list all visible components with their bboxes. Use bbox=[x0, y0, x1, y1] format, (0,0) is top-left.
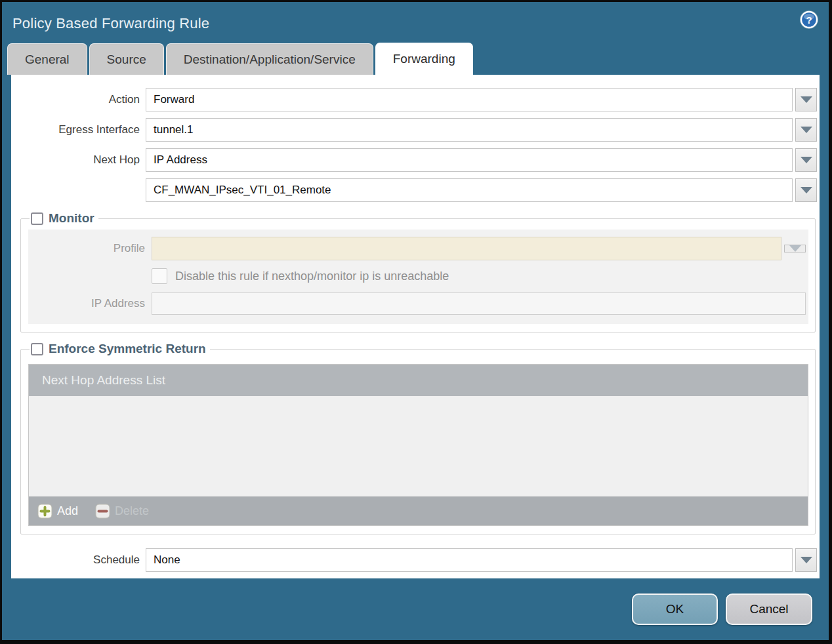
monitor-ip-address-field bbox=[152, 292, 806, 315]
action-label: Action bbox=[11, 93, 140, 106]
schedule-value[interactable]: None bbox=[146, 548, 793, 572]
plus-icon bbox=[37, 504, 52, 519]
symmetric-return-checkbox[interactable] bbox=[31, 343, 43, 355]
profile-label: Profile bbox=[28, 242, 145, 255]
next-hop-address-value[interactable]: CF_MWAN_IPsec_VTI_01_Remote bbox=[146, 178, 793, 202]
svg-text:?: ? bbox=[806, 14, 812, 26]
ok-button[interactable]: OK bbox=[632, 594, 718, 625]
monitor-ip-address-label: IP Address bbox=[28, 297, 145, 310]
monitor-checkbox[interactable] bbox=[31, 212, 43, 225]
schedule-label: Schedule bbox=[11, 553, 140, 567]
dialog-titlebar: Policy Based Forwarding Rule ? bbox=[2, 2, 829, 43]
cancel-button[interactable]: Cancel bbox=[726, 594, 812, 625]
forwarding-tab-panel: Action Forward Egress Interface tunnel.1 bbox=[11, 75, 820, 578]
next-hop-address-dropdown-button[interactable] bbox=[795, 178, 817, 202]
chevron-down-icon bbox=[801, 187, 812, 193]
egress-interface-label: Egress Interface bbox=[11, 123, 140, 136]
egress-interface-value[interactable]: tunnel.1 bbox=[146, 118, 793, 142]
monitor-legend-label: Monitor bbox=[49, 211, 94, 226]
delete-button: Delete bbox=[95, 504, 149, 519]
next-hop-label: Next Hop bbox=[11, 153, 140, 167]
next-hop-address-table: Next Hop Address List Add bbox=[28, 364, 808, 526]
tab-strip: General Source Destination/Application/S… bbox=[2, 43, 829, 75]
tab-destination-application-service[interactable]: Destination/Application/Service bbox=[166, 43, 373, 75]
symmetric-return-legend-label: Enforce Symmetric Return bbox=[49, 342, 206, 356]
monitor-ip-address-row: IP Address bbox=[28, 292, 806, 315]
next-hop-dropdown-button[interactable] bbox=[795, 148, 817, 172]
next-hop-row: Next Hop IP Address bbox=[11, 148, 817, 172]
next-hop-address-row: CF_MWAN_IPsec_VTI_01_Remote bbox=[11, 178, 817, 202]
chevron-down-icon bbox=[801, 557, 812, 563]
tab-general[interactable]: General bbox=[7, 43, 87, 75]
add-button[interactable]: Add bbox=[37, 504, 78, 519]
action-value[interactable]: Forward bbox=[146, 88, 793, 111]
disable-rule-checkbox bbox=[152, 268, 167, 284]
action-dropdown-button[interactable] bbox=[795, 88, 817, 111]
chevron-down-icon bbox=[789, 245, 801, 252]
schedule-row: Schedule None bbox=[11, 548, 817, 572]
next-hop-address-select[interactable]: CF_MWAN_IPsec_VTI_01_Remote bbox=[146, 178, 817, 202]
tab-forwarding[interactable]: Forwarding bbox=[375, 43, 473, 75]
profile-field bbox=[152, 237, 781, 260]
disable-rule-row: Disable this rule if nexthop/monitor ip … bbox=[152, 268, 806, 284]
profile-row: Profile bbox=[28, 237, 806, 260]
help-icon[interactable]: ? bbox=[799, 10, 819, 30]
next-hop-address-table-header: Next Hop Address List bbox=[29, 365, 808, 396]
next-hop-type-select[interactable]: IP Address bbox=[146, 148, 817, 172]
chevron-down-icon bbox=[801, 157, 812, 163]
chevron-down-icon bbox=[801, 127, 812, 133]
monitor-fieldset: Monitor Profile Disable this rule if nex… bbox=[20, 211, 816, 332]
egress-interface-select[interactable]: tunnel.1 bbox=[146, 118, 817, 142]
minus-icon bbox=[95, 504, 110, 519]
next-hop-type-value[interactable]: IP Address bbox=[146, 148, 793, 172]
action-row: Action Forward bbox=[11, 88, 817, 111]
symmetric-return-legend: Enforce Symmetric Return bbox=[30, 342, 210, 356]
profile-dropdown-button bbox=[784, 245, 806, 252]
delete-button-label: Delete bbox=[115, 504, 149, 518]
monitor-legend: Monitor bbox=[30, 211, 98, 226]
schedule-select[interactable]: None bbox=[146, 548, 817, 572]
monitor-panel: Profile Disable this rule if nexthop/mon… bbox=[28, 230, 808, 324]
tab-source[interactable]: Source bbox=[89, 43, 164, 75]
next-hop-address-table-toolbar: Add Delete bbox=[29, 496, 808, 525]
egress-interface-dropdown-button[interactable] bbox=[795, 118, 817, 142]
next-hop-address-table-body[interactable] bbox=[29, 396, 808, 496]
disable-rule-label: Disable this rule if nexthop/monitor ip … bbox=[175, 270, 449, 283]
schedule-dropdown-button[interactable] bbox=[795, 548, 817, 572]
action-select[interactable]: Forward bbox=[146, 88, 817, 111]
chevron-down-icon bbox=[801, 96, 812, 103]
symmetric-return-fieldset: Enforce Symmetric Return Next Hop Addres… bbox=[20, 342, 816, 534]
dialog-footer: OK Cancel bbox=[2, 578, 829, 640]
pbf-rule-dialog: Policy Based Forwarding Rule ? General S… bbox=[0, 0, 832, 644]
add-button-label: Add bbox=[57, 504, 78, 518]
dialog-title: Policy Based Forwarding Rule bbox=[12, 15, 209, 32]
egress-interface-row: Egress Interface tunnel.1 bbox=[11, 118, 817, 142]
